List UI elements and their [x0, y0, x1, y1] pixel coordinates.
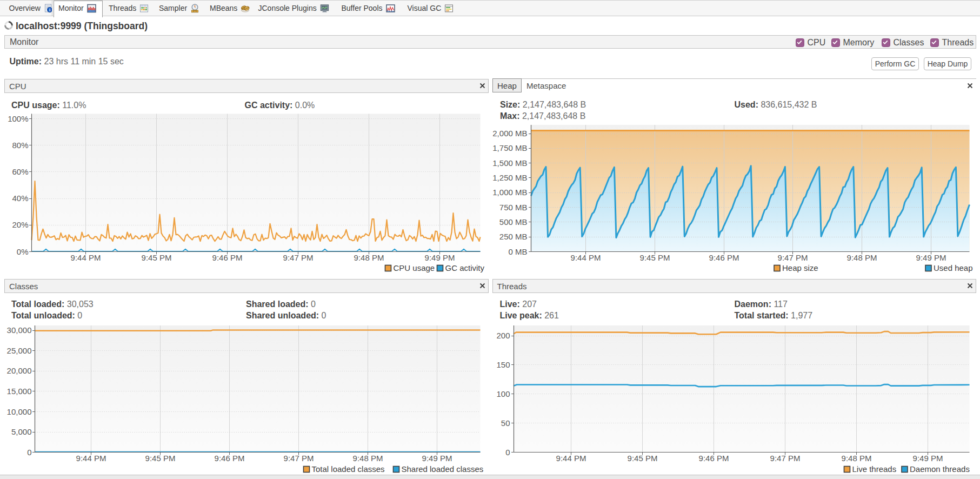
svg-text:Daemon threads: Daemon threads: [910, 464, 970, 474]
svg-text:9:46 PM: 9:46 PM: [699, 454, 729, 463]
svg-text:100%: 100%: [8, 114, 28, 123]
svg-text:1,000 MB: 1,000 MB: [492, 188, 527, 197]
svg-text:Shared loaded classes: Shared loaded classes: [402, 464, 484, 474]
svg-text:GC activity: GC activity: [445, 263, 485, 272]
svg-text:50: 50: [501, 418, 510, 428]
svg-text:Used heap: Used heap: [934, 263, 973, 272]
svg-text:200: 200: [496, 331, 510, 340]
svg-text:15,000: 15,000: [7, 387, 32, 396]
svg-text:9:49 PM: 9:49 PM: [916, 253, 946, 262]
svg-text:9:45 PM: 9:45 PM: [640, 253, 670, 262]
svg-text:80%: 80%: [12, 141, 28, 150]
svg-text:750 MB: 750 MB: [499, 203, 528, 212]
svg-text:9:46 PM: 9:46 PM: [215, 454, 245, 463]
svg-text:0%: 0%: [17, 247, 29, 256]
svg-text:1,500 MB: 1,500 MB: [492, 158, 527, 168]
svg-text:9:49 PM: 9:49 PM: [913, 454, 943, 463]
svg-text:Live threads: Live threads: [852, 464, 897, 474]
svg-text:9:49 PM: 9:49 PM: [425, 253, 455, 262]
svg-text:9:45 PM: 9:45 PM: [142, 253, 172, 262]
svg-text:2,000 MB: 2,000 MB: [492, 129, 527, 138]
svg-text:0 MB: 0 MB: [508, 247, 527, 256]
svg-text:0: 0: [505, 448, 510, 457]
svg-text:9:44 PM: 9:44 PM: [556, 454, 586, 463]
svg-text:9:44 PM: 9:44 PM: [76, 454, 106, 463]
svg-text:25,000: 25,000: [7, 346, 32, 355]
svg-text:20%: 20%: [12, 220, 28, 229]
svg-text:Heap size: Heap size: [782, 263, 818, 272]
svg-text:100: 100: [496, 389, 510, 398]
svg-text:9:48 PM: 9:48 PM: [354, 253, 384, 262]
svg-text:9:48 PM: 9:48 PM: [842, 454, 872, 463]
svg-text:9:47 PM: 9:47 PM: [770, 454, 801, 463]
svg-text:Total loaded classes: Total loaded classes: [312, 464, 385, 474]
svg-text:150: 150: [496, 360, 510, 369]
svg-text:60%: 60%: [12, 167, 28, 176]
svg-text:1,750 MB: 1,750 MB: [492, 143, 527, 152]
svg-text:9:45 PM: 9:45 PM: [145, 454, 176, 463]
svg-text:9:48 PM: 9:48 PM: [847, 253, 877, 262]
svg-text:30,000: 30,000: [7, 325, 32, 335]
svg-text:9:44 PM: 9:44 PM: [571, 253, 601, 262]
svg-text:9:47 PM: 9:47 PM: [778, 253, 808, 262]
svg-text:9:48 PM: 9:48 PM: [353, 454, 383, 463]
svg-text:9:44 PM: 9:44 PM: [71, 253, 101, 262]
svg-text:9:47 PM: 9:47 PM: [283, 253, 314, 262]
svg-text:250 MB: 250 MB: [499, 232, 528, 241]
svg-text:0: 0: [27, 448, 31, 457]
svg-text:1,250 MB: 1,250 MB: [492, 173, 527, 182]
svg-text:9:45 PM: 9:45 PM: [628, 454, 658, 463]
svg-text:500 MB: 500 MB: [499, 217, 528, 227]
svg-text:9:46 PM: 9:46 PM: [212, 253, 243, 262]
svg-text:10,000: 10,000: [7, 407, 32, 416]
svg-text:9:49 PM: 9:49 PM: [422, 454, 452, 463]
svg-text:5,000: 5,000: [11, 427, 32, 436]
svg-text:9:46 PM: 9:46 PM: [709, 253, 739, 262]
svg-text:20,000: 20,000: [7, 366, 32, 375]
svg-text:CPU usage: CPU usage: [394, 263, 435, 272]
svg-text:40%: 40%: [12, 194, 28, 203]
svg-text:9:47 PM: 9:47 PM: [284, 454, 314, 463]
